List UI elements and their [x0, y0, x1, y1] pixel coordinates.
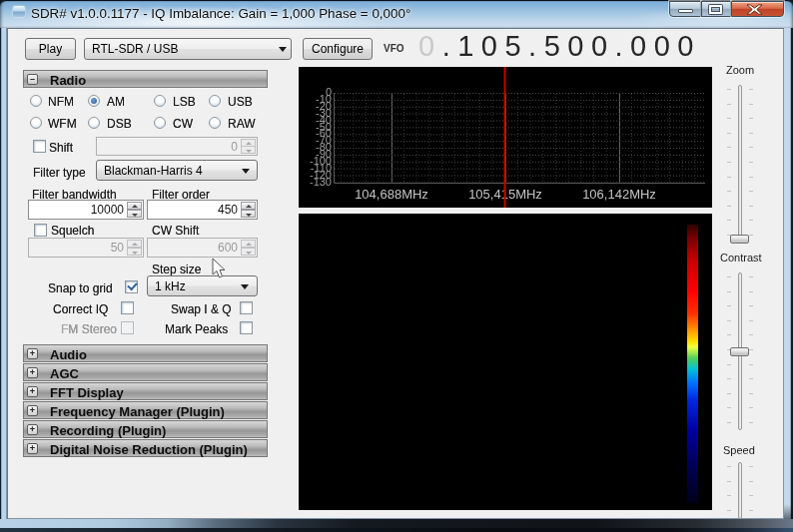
- svg-text:106,142MHz: 106,142MHz: [582, 187, 656, 202]
- svg-text:-130: -130: [310, 176, 332, 188]
- svg-text:104,688MHz: 104,688MHz: [355, 187, 428, 202]
